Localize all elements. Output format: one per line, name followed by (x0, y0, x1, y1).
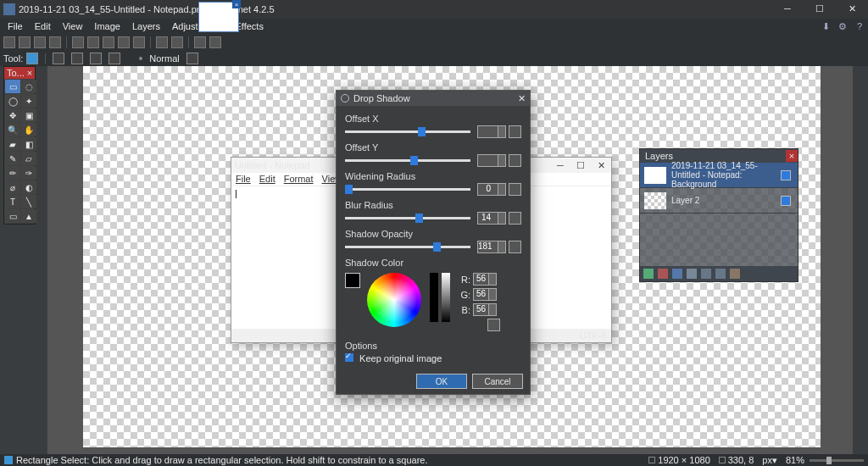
slider-thumb[interactable] (410, 156, 418, 165)
maximize-button[interactable]: ☐ (804, 0, 836, 17)
close-button[interactable]: ✕ (836, 0, 868, 17)
menu-image[interactable]: Image (88, 19, 126, 33)
selection-mode-icon[interactable] (53, 53, 64, 64)
keep-original-row[interactable]: Keep original image (345, 353, 521, 363)
menu-layers[interactable]: Layers (126, 19, 166, 33)
selection-add-icon[interactable] (71, 53, 83, 64)
checkbox-icon[interactable] (345, 353, 353, 362)
unit-cell[interactable]: px ▾ (762, 455, 777, 466)
spinner-icon[interactable] (488, 289, 496, 300)
crop-icon[interactable] (118, 36, 130, 48)
minimize-button[interactable]: ─ (771, 0, 804, 17)
save-icon[interactable] (34, 36, 46, 48)
paste-icon[interactable] (103, 36, 114, 48)
opacity-slider[interactable] (345, 246, 470, 248)
wand-tool[interactable]: ✦ (21, 94, 36, 108)
copy-icon[interactable] (87, 36, 99, 48)
spinner-icon[interactable] (488, 274, 496, 285)
blend-mode-combo[interactable]: Normal (149, 53, 179, 64)
picker-tool[interactable]: ✑ (21, 166, 36, 180)
new-icon[interactable] (3, 36, 15, 48)
gradient-tool[interactable]: ◧ (21, 137, 36, 151)
move-sel-tool[interactable]: ▣ (21, 108, 36, 122)
spinner-icon[interactable] (498, 241, 505, 252)
offset-y-slider[interactable] (345, 159, 470, 162)
shapes-tool[interactable]: ▭ (5, 209, 20, 223)
move-tool[interactable]: ✥ (5, 108, 20, 122)
eraser-tool[interactable]: ▱ (21, 152, 36, 165)
slider-thumb[interactable] (345, 185, 353, 194)
widening-value[interactable]: 0 (477, 183, 506, 196)
dialog-close-icon[interactable]: ✕ (513, 93, 530, 104)
widening-slider[interactable] (345, 188, 470, 191)
spinner-icon[interactable] (488, 304, 496, 315)
print-icon[interactable] (49, 36, 61, 48)
reset-button[interactable] (509, 241, 521, 253)
delete-layer-icon[interactable] (658, 269, 668, 279)
help-icon[interactable]: ? (851, 19, 868, 34)
merge-layer-icon[interactable] (687, 269, 697, 279)
color-swatch[interactable] (345, 273, 360, 288)
updates-icon[interactable]: ⬇ (817, 19, 834, 34)
blur-value[interactable]: 14 (477, 212, 506, 225)
grid-icon[interactable] (194, 36, 206, 48)
selection-sub-icon[interactable] (90, 53, 102, 64)
layers-close-icon[interactable]: × (786, 150, 798, 162)
dialog-titlebar[interactable]: Drop Shadow ✕ (337, 91, 530, 106)
add-layer-icon[interactable] (643, 269, 654, 279)
zoom-slider[interactable] (810, 459, 864, 462)
pencil-tool[interactable]: ✏ (5, 166, 20, 180)
spinner-icon[interactable] (498, 155, 505, 166)
cancel-button[interactable]: Cancel (472, 374, 523, 389)
bucket-tool[interactable]: ▰ (5, 137, 20, 151)
selection-int-icon[interactable] (108, 53, 120, 64)
brightness-strip[interactable] (442, 273, 450, 322)
cut-icon[interactable] (72, 36, 84, 48)
text-tool[interactable]: T (5, 195, 20, 208)
ruler-icon[interactable] (209, 36, 221, 48)
line-tool[interactable]: ╲ (21, 195, 36, 208)
menu-edit[interactable]: Edit (29, 19, 57, 33)
toolbox-header[interactable]: To... × (4, 67, 35, 79)
rect-select-tool[interactable]: ▭ (5, 80, 20, 93)
pan-tool[interactable]: ✋ (21, 123, 36, 136)
spinner-icon[interactable] (498, 213, 505, 224)
duplicate-layer-icon[interactable] (672, 269, 682, 279)
reset-button[interactable] (509, 154, 521, 167)
offset-x-slider[interactable] (345, 130, 470, 133)
blur-slider[interactable] (345, 217, 470, 219)
layer-visible-checkbox[interactable] (781, 170, 791, 180)
open-icon[interactable] (19, 36, 31, 48)
aa-icon[interactable] (186, 53, 198, 64)
recolor-tool[interactable]: ◐ (21, 180, 36, 194)
layer-props-icon[interactable] (730, 269, 740, 279)
b-value[interactable]: 56 (473, 303, 497, 316)
menu-view[interactable]: View (57, 19, 89, 33)
spinner-icon[interactable] (498, 126, 505, 137)
image-thumb[interactable]: × (198, 2, 239, 32)
slider-thumb[interactable] (418, 127, 426, 136)
lasso-tool[interactable]: ◌ (21, 80, 36, 93)
color-reset-button[interactable] (487, 319, 500, 331)
move-down-icon[interactable] (715, 269, 726, 279)
reset-button[interactable] (509, 183, 521, 196)
offset-x-value[interactable] (477, 125, 506, 138)
move-up-icon[interactable] (701, 269, 711, 279)
layer-item[interactable]: 2019-11-21 03_14_55-Untitled - Notepad: … (640, 163, 798, 188)
opacity-value[interactable]: 181 (477, 241, 506, 253)
value-strip[interactable] (430, 273, 438, 322)
layer-item[interactable]: Layer 2 (640, 188, 798, 214)
layer-visible-checkbox[interactable] (781, 196, 791, 206)
thumb-close-icon[interactable]: × (232, 0, 241, 8)
slider-thumb[interactable] (826, 457, 832, 464)
clone-tool[interactable]: ⌀ (5, 180, 20, 194)
offset-y-value[interactable] (477, 154, 506, 167)
r-value[interactable]: 56 (473, 273, 497, 286)
spinner-icon[interactable] (498, 184, 505, 195)
color-wheel[interactable] (367, 273, 421, 327)
undo-icon[interactable] (156, 36, 168, 48)
deselect-icon[interactable] (133, 36, 145, 48)
reset-button[interactable] (509, 212, 521, 225)
zoom-tool[interactable]: 🔍 (5, 123, 20, 136)
g-value[interactable]: 56 (473, 288, 497, 301)
